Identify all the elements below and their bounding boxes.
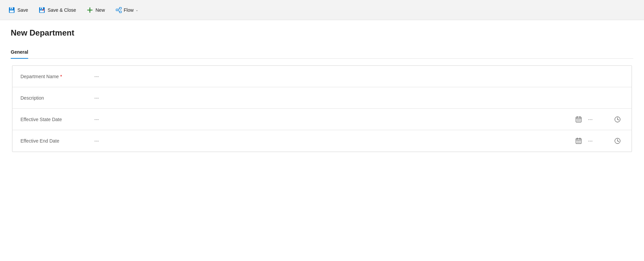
flow-icon <box>116 7 122 13</box>
new-label: New <box>96 7 105 13</box>
tabs-container: General <box>11 46 633 59</box>
calendar-icon <box>575 138 582 144</box>
clock-icon <box>614 138 621 144</box>
toolbar: Save Save & Close New Flow ⌄ <box>0 0 644 20</box>
effective-state-date-clock-button[interactable] <box>611 116 624 123</box>
svg-rect-21 <box>577 119 578 120</box>
main-content: New Department General Department Name *… <box>0 20 644 160</box>
svg-rect-7 <box>40 10 44 12</box>
svg-rect-13 <box>119 7 121 9</box>
field-row-department-name: Department Name * --- <box>12 66 632 87</box>
svg-rect-36 <box>580 141 580 141</box>
effective-state-date-value[interactable]: --- <box>94 117 573 122</box>
flow-label: Flow <box>124 7 134 13</box>
flow-button[interactable]: Flow ⌄ <box>111 4 143 16</box>
save-close-label: Save & Close <box>48 7 76 13</box>
effective-end-date-calendar-button[interactable] <box>573 138 585 144</box>
svg-line-15 <box>118 8 119 10</box>
effective-end-date-label: Effective End Date <box>20 138 94 144</box>
save-label: Save <box>17 7 28 13</box>
field-row-effective-end-date: Effective End Date --- <box>12 130 632 152</box>
effective-state-time-value[interactable]: --- <box>588 117 608 122</box>
description-label: Description <box>20 95 94 101</box>
effective-end-date-value[interactable]: --- <box>94 138 573 144</box>
svg-rect-34 <box>577 141 578 141</box>
save-close-button[interactable]: Save & Close <box>34 4 81 16</box>
effective-end-time-value[interactable]: --- <box>588 138 608 144</box>
effective-end-date-clock-button[interactable] <box>611 138 624 144</box>
svg-rect-12 <box>116 9 118 11</box>
save-icon <box>9 7 15 13</box>
department-name-value[interactable]: --- <box>94 74 624 79</box>
new-button[interactable]: New <box>82 4 110 16</box>
svg-rect-39 <box>580 142 580 143</box>
svg-rect-35 <box>578 141 579 141</box>
svg-rect-26 <box>580 120 580 121</box>
description-value[interactable]: --- <box>94 95 624 101</box>
save-close-icon <box>39 7 45 13</box>
field-row-description: Description --- <box>12 87 632 109</box>
tab-general[interactable]: General <box>11 46 28 59</box>
effective-state-date-label: Effective State Date <box>20 117 94 122</box>
svg-rect-25 <box>578 120 579 121</box>
svg-rect-6 <box>41 8 42 9</box>
field-row-effective-state-date: Effective State Date --- <box>12 109 632 130</box>
svg-rect-37 <box>577 142 578 143</box>
svg-rect-22 <box>578 119 579 120</box>
svg-rect-14 <box>119 11 121 13</box>
effective-state-date-calendar-button[interactable] <box>573 116 585 123</box>
svg-rect-38 <box>578 142 579 143</box>
clock-icon <box>614 116 621 123</box>
required-asterisk: * <box>60 74 62 79</box>
save-button[interactable]: Save <box>4 4 33 16</box>
svg-rect-3 <box>10 10 14 12</box>
svg-rect-23 <box>580 119 580 120</box>
form-container: Department Name * --- Description --- Ef… <box>12 65 632 152</box>
page-title: New Department <box>11 28 633 38</box>
plus-icon <box>87 7 93 13</box>
svg-rect-24 <box>577 120 578 121</box>
chevron-down-icon: ⌄ <box>136 8 138 12</box>
calendar-icon <box>575 116 582 123</box>
svg-rect-2 <box>11 8 12 9</box>
svg-line-16 <box>118 10 119 12</box>
tab-general-label: General <box>11 49 28 55</box>
department-name-label: Department Name * <box>20 74 94 79</box>
